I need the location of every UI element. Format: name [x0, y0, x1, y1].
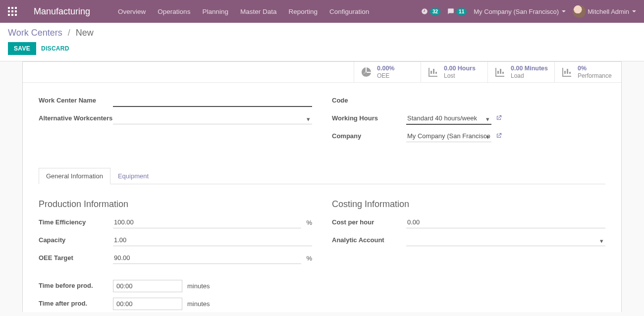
external-link-icon[interactable]	[495, 114, 502, 123]
input-oee-target[interactable]	[113, 252, 301, 264]
discard-button[interactable]: Discard	[41, 45, 69, 52]
label-alt-workcenters: Alternative Workcenters	[39, 112, 113, 122]
stat-label: Load	[511, 72, 548, 79]
input-cost-per-hour[interactable]	[406, 216, 605, 228]
menu-master-data[interactable]: Master Data	[234, 8, 283, 15]
stat-value: 0%	[578, 65, 612, 72]
stat-label: Performance	[578, 72, 612, 79]
user-menu[interactable]: Mitchell Admin	[573, 5, 636, 18]
sheet-background: 0.00% OEE 0.00 Hours Lost 0.00 Minutes L…	[0, 61, 644, 312]
input-alt-workcenters[interactable]	[113, 112, 312, 124]
label-working-hours: Working Hours	[332, 112, 406, 122]
messaging-badge: 11	[456, 8, 467, 15]
field-analytic-account: Analytic Account ▾	[332, 234, 605, 248]
external-link-icon[interactable]	[495, 132, 502, 141]
left-column: Work Center Name Alternative Workcenters…	[39, 95, 312, 148]
stat-load[interactable]: 0.00 Minutes Load	[487, 62, 554, 82]
stat-text: 0.00 Hours Lost	[444, 65, 476, 79]
form-scroll-area[interactable]: 0.00% OEE 0.00 Hours Lost 0.00 Minutes L…	[0, 61, 644, 312]
menu-operations[interactable]: Operations	[152, 8, 196, 15]
stat-text: 0% Performance	[578, 65, 612, 79]
bar-chart-icon	[561, 66, 573, 78]
activity-systray[interactable]: 32	[421, 8, 440, 15]
field-alt-workcenters: Alternative Workcenters ▾	[39, 112, 312, 126]
tab-content-general: Production Information Time Efficiency %…	[39, 184, 605, 312]
clock-icon	[421, 8, 428, 15]
breadcrumb-current: New	[76, 28, 94, 38]
input-analytic-account[interactable]	[406, 234, 605, 246]
app-brand[interactable]: Manufacturing	[34, 6, 90, 17]
stat-label: Lost	[444, 72, 476, 79]
user-name: Mitchell Admin	[588, 8, 629, 15]
costing-column: Costing Information Cost per hour Analyt…	[332, 199, 605, 312]
pie-chart-icon	[360, 66, 372, 78]
stat-lost[interactable]: 0.00 Hours Lost	[421, 62, 487, 82]
field-oee-target: OEE Target %	[39, 252, 312, 266]
stat-value: 0.00 Hours	[444, 65, 476, 72]
section-columns: Production Information Time Efficiency %…	[39, 199, 605, 312]
field-work-center-name: Work Center Name	[39, 95, 312, 108]
save-button[interactable]: Save	[8, 42, 36, 55]
tab-equipment[interactable]: Equipment	[110, 168, 156, 184]
unit-percent: %	[306, 219, 312, 226]
input-time-before-prod[interactable]	[113, 280, 182, 292]
unit-minutes: minutes	[187, 300, 210, 308]
input-time-efficiency[interactable]	[113, 216, 301, 228]
top-fields: Work Center Name Alternative Workcenters…	[39, 95, 605, 148]
field-company: Company ▾	[332, 130, 605, 144]
field-time-before-prod: Time before prod. minutes	[39, 280, 312, 294]
label-time-after-prod: Time after prod.	[39, 298, 113, 307]
messaging-systray[interactable]: 11	[447, 8, 467, 15]
input-working-hours[interactable]	[406, 112, 491, 125]
breadcrumb-parent[interactable]: Work Centers	[8, 28, 62, 38]
unit-minutes: minutes	[187, 282, 210, 290]
main-menu: Overview Operations Planning Master Data…	[112, 8, 375, 15]
field-time-after-prod: Time after prod. minutes	[39, 298, 312, 312]
stat-text: 0.00 Minutes Load	[511, 65, 548, 79]
menu-overview[interactable]: Overview	[112, 8, 152, 15]
caret-down-icon	[632, 10, 636, 12]
input-work-center-name[interactable]	[113, 95, 312, 107]
label-cost-per-hour: Cost per hour	[332, 216, 406, 226]
avatar	[573, 5, 586, 18]
control-panel: Work Centers / New Save Discard	[0, 23, 644, 61]
breadcrumb-separator: /	[68, 28, 70, 38]
stat-value: 0.00 Minutes	[511, 65, 548, 72]
unit-percent: %	[306, 255, 312, 262]
speech-bubble-icon	[447, 8, 454, 15]
label-analytic-account: Analytic Account	[332, 234, 406, 244]
stat-value: 0.00%	[377, 65, 394, 72]
apps-icon[interactable]	[8, 7, 17, 16]
input-time-after-prod[interactable]	[113, 298, 182, 310]
form-body: Work Center Name Alternative Workcenters…	[23, 83, 621, 312]
menu-planning[interactable]: Planning	[196, 8, 234, 15]
field-cost-per-hour: Cost per hour	[332, 216, 605, 230]
stat-performance[interactable]: 0% Performance	[554, 62, 621, 82]
menu-reporting[interactable]: Reporting	[282, 8, 323, 15]
field-capacity: Capacity	[39, 234, 312, 248]
bar-chart-icon	[427, 66, 439, 78]
input-capacity[interactable]	[113, 234, 312, 246]
navbar-right: 32 11 My Company (San Francisco) Mitchel…	[421, 5, 636, 18]
menu-configuration[interactable]: Configuration	[323, 8, 375, 15]
field-working-hours: Working Hours ▾	[332, 112, 605, 126]
label-company: Company	[332, 130, 406, 140]
form-sheet: 0.00% OEE 0.00 Hours Lost 0.00 Minutes L…	[22, 61, 622, 312]
bar-chart-icon	[494, 66, 506, 78]
stat-oee[interactable]: 0.00% OEE	[354, 62, 421, 82]
label-work-center-name: Work Center Name	[39, 95, 113, 104]
stat-label: OEE	[377, 72, 394, 79]
top-navbar: Manufacturing Overview Operations Planni…	[0, 0, 644, 23]
right-column: Code Working Hours ▾	[332, 95, 605, 148]
label-oee-target: OEE Target	[39, 252, 113, 262]
caret-down-icon	[562, 10, 566, 12]
input-company[interactable]	[406, 130, 491, 142]
company-switcher[interactable]: My Company (San Francisco)	[474, 8, 566, 15]
stat-button-row: 0.00% OEE 0.00 Hours Lost 0.00 Minutes L…	[23, 62, 621, 83]
label-capacity: Capacity	[39, 234, 113, 244]
section-title-production: Production Information	[39, 199, 312, 210]
control-panel-buttons: Save Discard	[8, 42, 636, 55]
label-time-efficiency: Time Efficiency	[39, 216, 113, 226]
tab-general-information[interactable]: General Information	[39, 168, 110, 184]
label-code: Code	[332, 95, 406, 104]
